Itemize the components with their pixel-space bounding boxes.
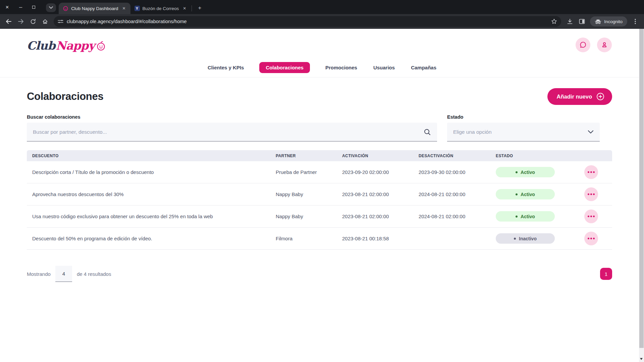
cell-descuento: Descripción corta / Título de la promoci… (27, 169, 276, 175)
cell-descuento: Descuento del 50% en programa de edición… (27, 236, 276, 241)
ellipsis-icon (588, 193, 595, 195)
tab-close-icon[interactable]: ✕ (181, 5, 187, 11)
incognito-label: Incognito (604, 19, 623, 24)
add-new-label: Añadir nuevo (557, 94, 592, 100)
forward-arrow-icon (18, 19, 24, 24)
table-row: Aprovecha nuestros descuentos del 30% Na… (27, 183, 612, 205)
incognito-badge: Incognito (590, 16, 627, 26)
nav-promociones[interactable]: Promociones (325, 62, 358, 73)
table-header: DESCUENTO PARTNER ACTIVACIÓN DESACTIVACI… (27, 150, 612, 161)
page-content: Colaboraciones Añadir nuevo Buscar colab… (0, 88, 644, 282)
user-icon (601, 41, 608, 49)
col-desactivacion: DESACTIVACIÓN (419, 154, 496, 158)
header-actions (576, 38, 612, 52)
estado-selected-value: Elige una opción (453, 129, 588, 135)
search-field[interactable] (27, 123, 437, 141)
cell-partner: Nappy Baby (276, 214, 342, 219)
search-icon[interactable] (424, 128, 431, 136)
row-actions-button[interactable] (584, 209, 598, 223)
chevron-down-icon (49, 6, 53, 9)
window-minimize-button[interactable]: ─ (19, 5, 22, 9)
correos-favicon-icon: Y (135, 6, 140, 11)
cell-descuento: Aprovecha nuestros descuentos del 30% (27, 191, 276, 197)
bookmark-star-icon[interactable] (551, 18, 557, 24)
ellipsis-icon (588, 216, 595, 217)
reload-button[interactable] (28, 16, 38, 27)
estado-select[interactable]: Elige una opción (447, 123, 600, 141)
page-size-input[interactable] (55, 266, 72, 282)
add-new-button[interactable]: Añadir nuevo (547, 88, 612, 105)
cell-activacion: 2023-08-21 00:18:58 (342, 236, 419, 241)
logo-text-nappy: Nappy (56, 39, 94, 52)
status-badge: Activo (496, 189, 555, 199)
nav-campanas[interactable]: Campañas (410, 62, 437, 73)
forward-button[interactable] (15, 16, 26, 27)
side-panel-button[interactable] (577, 16, 587, 27)
row-actions-button[interactable] (584, 165, 598, 179)
site-header: Club Nappy Clientes y KPIs Colaboracione… (0, 29, 644, 77)
cell-activacion: 2023-08-21 02:00:00 (342, 214, 419, 219)
tab-club-nappy-dashboard[interactable]: Club Nappy Dashboard ✕ (59, 3, 130, 14)
tab-title: Club Nappy Dashboard (71, 6, 118, 11)
search-input[interactable] (33, 129, 424, 135)
row-actions-button[interactable] (584, 187, 598, 201)
status-badge: Activo (496, 167, 555, 177)
tab-close-icon[interactable]: ✕ (121, 5, 127, 11)
cell-desactivacion: 2024-08-21 02:00:00 (419, 214, 496, 219)
ellipsis-icon (588, 238, 595, 239)
row-actions-button[interactable] (584, 232, 598, 245)
col-partner: PARTNER (276, 154, 342, 158)
browser-toolbar: clubnappy.ole.agency/dashboard/#/collabo… (0, 14, 644, 29)
address-bar[interactable]: clubnappy.ole.agency/dashboard/#/collabo… (54, 16, 561, 27)
user-button[interactable] (597, 38, 612, 52)
pagination: Mostrando de 4 resultados 1 (27, 266, 612, 282)
estado-label: Estado (447, 114, 600, 120)
back-button[interactable] (3, 16, 14, 27)
window-close-button[interactable]: ✕ (5, 5, 9, 9)
tab-search-button[interactable] (46, 3, 56, 12)
reload-icon (30, 19, 36, 24)
incognito-icon (595, 19, 601, 24)
clubnappy-logo: Club Nappy (27, 39, 106, 52)
pagination-suffix: de 4 resultados (77, 271, 111, 277)
status-dot-icon (516, 171, 518, 173)
col-activacion: ACTIVACIÓN (342, 154, 419, 158)
nav-usuarios[interactable]: Usuarios (373, 62, 395, 73)
scrollbar-thumb[interactable] (639, 29, 644, 348)
status-badge: Activo (496, 211, 555, 222)
side-panel-icon (579, 19, 585, 24)
scroll-down-arrow-icon[interactable] (640, 358, 643, 360)
cell-desactivacion: 2024-08-21 02:00:00 (419, 191, 496, 197)
tab-buzon-de-correos[interactable]: Y Buzón de Correos ✕ (130, 3, 191, 14)
scrollbar-track[interactable] (639, 29, 644, 362)
browser-menu-button[interactable] (630, 16, 641, 27)
cell-desactivacion: 2023-09-30 02:00:00 (419, 169, 496, 175)
cell-activacion: 2023-09-20 02:00:00 (342, 169, 419, 175)
estado-group: Estado Elige una opción (447, 114, 600, 141)
col-descuento: DESCUENTO (27, 154, 276, 158)
nav-colaboraciones[interactable]: Colaboraciones (259, 62, 310, 73)
chat-button[interactable] (576, 38, 590, 52)
new-tab-button[interactable]: + (195, 5, 204, 11)
table-row: Descripción corta / Título de la promoci… (27, 161, 612, 183)
table-row: Usa nuestro código exclusivo para obtene… (27, 205, 612, 228)
search-group: Buscar colaboraciones (27, 114, 437, 141)
nav-clientes-y-kpis[interactable]: Clientes y KPIs (207, 62, 245, 73)
status-dot-icon (516, 193, 518, 195)
download-button[interactable] (565, 16, 575, 27)
chevron-down-icon (588, 130, 594, 134)
download-icon (567, 18, 573, 24)
cell-partner: Prueba de Partner (276, 169, 342, 175)
page-1-button[interactable]: 1 (600, 268, 612, 280)
search-label: Buscar colaboraciones (27, 114, 437, 120)
col-estado: ESTADO (496, 154, 570, 158)
table-row: Descuento del 50% en programa de edición… (27, 228, 612, 250)
plus-circle-icon (596, 92, 605, 101)
tab-title: Buzón de Correos (143, 6, 179, 11)
cell-descuento: Usa nuestro código exclusivo para obtene… (27, 214, 276, 219)
home-button[interactable] (40, 16, 50, 27)
cell-activacion: 2023-08-21 02:00:00 (342, 191, 419, 197)
logo-text-club: Club (27, 39, 55, 52)
window-restore-button[interactable] (32, 6, 35, 9)
browser-tabstrip: ✕ ─ Club Nappy Dashboard ✕ Y Buzón de Co… (0, 0, 644, 14)
